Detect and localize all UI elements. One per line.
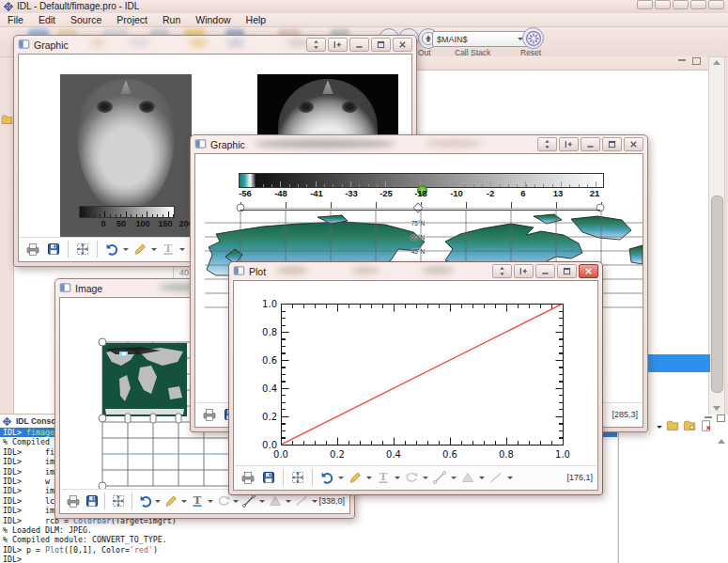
chevron-down-icon[interactable] xyxy=(451,477,457,479)
call-stack-select[interactable]: $MAIN$ xyxy=(432,31,528,47)
rotate-tool-icon[interactable] xyxy=(402,468,421,487)
y-tick-label: 0.8 xyxy=(253,327,277,337)
selection-handle[interactable] xyxy=(99,414,107,423)
history-panel[interactable] xyxy=(618,414,728,563)
save-icon[interactable] xyxy=(259,468,278,487)
plot-line xyxy=(281,304,563,445)
fit-window-button[interactable] xyxy=(537,137,557,151)
menu-source[interactable]: Source xyxy=(63,14,109,25)
print-icon[interactable] xyxy=(200,405,219,424)
undo-icon[interactable] xyxy=(318,468,336,487)
zoom-fit-icon[interactable] xyxy=(110,492,127,510)
pin-button[interactable] xyxy=(655,0,671,9)
open-folder-icon[interactable] xyxy=(666,419,679,436)
tick-label: 6 xyxy=(520,188,525,198)
undo-icon[interactable] xyxy=(102,240,121,258)
tick-label: 150 xyxy=(158,219,172,228)
maximize-pane-icon[interactable] xyxy=(692,57,701,65)
close-button[interactable] xyxy=(393,38,412,52)
chevron-down-icon[interactable] xyxy=(423,477,428,479)
annotate-pencil-icon[interactable] xyxy=(131,240,149,258)
menu-file[interactable]: File xyxy=(0,14,31,25)
menu-edit[interactable]: Edit xyxy=(31,14,63,25)
minimize-button[interactable] xyxy=(349,38,369,52)
graphic1-titlebar[interactable]: Graphic xyxy=(14,36,416,54)
dock-button[interactable] xyxy=(559,137,579,151)
clear-file-icon[interactable] xyxy=(700,419,713,436)
selection-handle[interactable] xyxy=(99,338,107,347)
zoom-fit-icon[interactable] xyxy=(288,468,307,487)
maximize-button[interactable] xyxy=(602,137,622,151)
reset-button[interactable] xyxy=(522,27,544,49)
world-image xyxy=(102,343,187,416)
minimize-button[interactable] xyxy=(673,0,689,9)
maximize-button[interactable] xyxy=(690,0,706,9)
chevron-down-icon[interactable] xyxy=(181,500,187,503)
maximize-button[interactable] xyxy=(557,264,577,278)
close-button[interactable] xyxy=(708,0,724,9)
selection-handle[interactable] xyxy=(176,414,182,424)
chevron-down-icon[interactable] xyxy=(155,500,161,503)
folder-lock-icon[interactable] xyxy=(683,419,696,436)
maximize-button[interactable] xyxy=(371,38,391,52)
chevron-down-icon[interactable] xyxy=(366,477,372,479)
chevron-down-icon[interactable] xyxy=(286,500,291,503)
print-icon[interactable] xyxy=(65,492,82,510)
selection-handle[interactable] xyxy=(125,414,132,424)
tick-label: 13 xyxy=(553,188,564,198)
zoom-fit-icon[interactable] xyxy=(73,240,92,258)
scrollbar-thumb[interactable] xyxy=(711,195,723,393)
arrange-button[interactable] xyxy=(637,0,653,9)
selection-handle[interactable] xyxy=(150,414,157,424)
chevron-down-icon[interactable] xyxy=(123,248,129,251)
menu-project[interactable]: Project xyxy=(109,14,155,25)
undo-icon[interactable] xyxy=(137,492,154,510)
close-button[interactable] xyxy=(579,264,598,278)
save-icon[interactable] xyxy=(44,240,63,258)
text-tool-icon[interactable] xyxy=(159,240,178,258)
minimize-button[interactable] xyxy=(535,264,555,278)
chevron-down-icon[interactable] xyxy=(259,500,265,503)
plot-canvas[interactable]: 1.0 0.8 0.6 0.4 0.2 0.0 0.0 0.2 0.4 0.6 … xyxy=(233,280,598,491)
close-button[interactable] xyxy=(624,137,643,151)
scroll-down-icon[interactable] xyxy=(713,406,720,411)
chevron-down-icon[interactable] xyxy=(479,477,485,479)
chevron-down-icon[interactable] xyxy=(395,477,400,479)
fit-window-button[interactable] xyxy=(306,38,326,52)
chevron-down-icon[interactable] xyxy=(151,248,157,251)
menu-run[interactable]: Run xyxy=(155,14,188,25)
save-icon[interactable] xyxy=(84,492,101,510)
menu-help[interactable]: Help xyxy=(239,14,274,25)
chevron-down-icon[interactable] xyxy=(179,248,185,251)
graphic2-titlebar[interactable]: Graphic xyxy=(191,135,647,153)
chevron-down-icon[interactable] xyxy=(233,500,239,503)
print-icon[interactable] xyxy=(23,240,42,258)
minimize-pane-icon[interactable] xyxy=(705,416,712,418)
annotate-pencil-icon[interactable] xyxy=(346,468,364,487)
editor-scrollbar[interactable] xyxy=(708,56,725,415)
dock-button[interactable] xyxy=(514,264,534,278)
scroll-up-icon[interactable] xyxy=(718,439,725,444)
annotate-pencil-icon[interactable] xyxy=(163,492,179,510)
chevron-down-icon[interactable] xyxy=(312,500,318,503)
text-tool-icon[interactable] xyxy=(189,492,206,510)
project-folder-icon[interactable] xyxy=(1,113,13,130)
plot-titlebar[interactable]: Plot xyxy=(229,262,602,280)
chevron-down-icon[interactable] xyxy=(507,477,513,479)
freehand-tool-icon[interactable] xyxy=(487,468,505,487)
line-tool-icon[interactable] xyxy=(430,468,449,487)
chevron-down-icon[interactable] xyxy=(338,477,344,479)
minimize-pane-icon[interactable] xyxy=(678,59,686,61)
print-icon[interactable] xyxy=(239,468,257,487)
plot-window[interactable]: Plot 1.0 0.8 0.6 0.4 0.2 0.0 0.0 xyxy=(228,261,603,495)
minimize-button[interactable] xyxy=(581,137,600,151)
maximize-pane-icon[interactable] xyxy=(717,414,725,422)
dock-button[interactable] xyxy=(328,38,348,52)
chevron-down-icon[interactable] xyxy=(208,500,213,503)
menu-window[interactable]: Window xyxy=(188,14,238,25)
fit-window-button[interactable] xyxy=(492,264,512,278)
polygon-tool-icon[interactable] xyxy=(458,468,477,487)
text-tool-icon[interactable] xyxy=(374,468,393,487)
view-menu-chevron-icon[interactable] xyxy=(657,426,662,429)
scroll-up-icon[interactable] xyxy=(713,60,720,65)
